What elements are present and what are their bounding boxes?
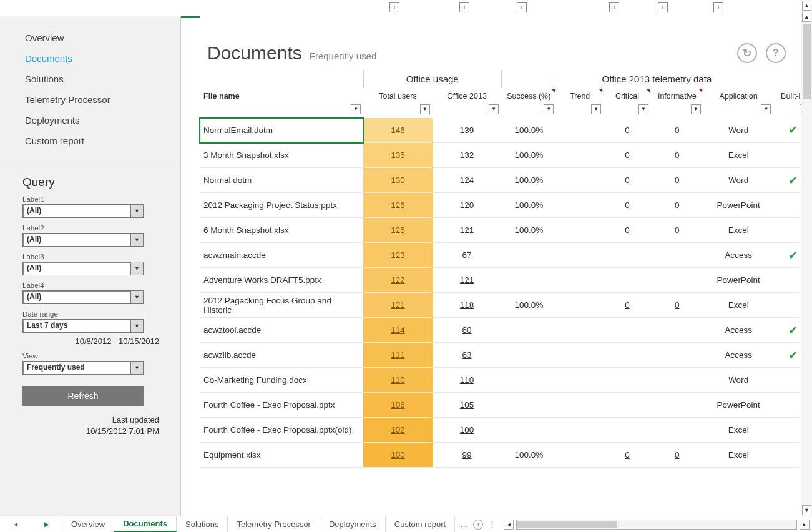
query-select-2[interactable]: (All)▼ [22, 233, 144, 247]
sheet-nav-first[interactable]: ◄ [12, 521, 19, 528]
cell-informative: 0 [651, 168, 703, 193]
cell-office-2013: 124 [433, 168, 502, 193]
table-row[interactable]: Normal.dotm130124100.0%00Word✔ [200, 168, 812, 193]
col-total-users[interactable]: Total users [363, 88, 433, 102]
sheet-tab-solutions[interactable]: Solutions [177, 516, 228, 532]
query-select-4[interactable]: (All)▼ [22, 290, 144, 304]
table-row[interactable]: Adventure Works DRAFT5.pptx122121PowerPo… [200, 268, 812, 293]
view-select[interactable]: Frequently used ▼ [22, 361, 144, 375]
sheet-tab-documents[interactable]: Documents [114, 516, 177, 532]
scroll-up-button[interactable]: ▲ [802, 1, 811, 11]
nav-item-deployments[interactable]: Deployments [0, 110, 180, 131]
col-application[interactable]: Application [703, 88, 774, 102]
nav-item-custom-report[interactable]: Custom report [0, 131, 180, 151]
scroll-thumb[interactable] [517, 521, 617, 528]
cell-file-name: Fourth Coffee - Exec Proposal.pptx(old). [200, 418, 363, 443]
table-row[interactable]: acwzmain.accde12367Access✔ [200, 243, 812, 268]
cell-office-2013: 60 [433, 318, 502, 343]
query-select-3[interactable]: (All)▼ [22, 262, 144, 275]
sheet-tab-deployments[interactable]: Deployments [320, 516, 386, 532]
filter-file-name[interactable]: ▼ [351, 104, 361, 114]
help-icon[interactable]: ? [766, 43, 786, 63]
filter-trend[interactable]: ▼ [591, 104, 601, 114]
group-office-usage: Office usage [363, 70, 501, 88]
table-row[interactable]: 2012 Packaging Project Status.pptx126120… [200, 193, 812, 218]
chevron-down-icon[interactable]: ▼ [130, 320, 143, 332]
table-row[interactable]: Co-Marketing Funding.docx110110Word [200, 368, 812, 393]
sheet-tab-overview[interactable]: Overview [62, 516, 114, 532]
scroll-left-button[interactable]: ◄ [504, 520, 514, 530]
query-label-3: Label3 [22, 253, 163, 260]
sheet-tabs-more[interactable]: … [460, 520, 468, 529]
col-trend[interactable]: Trend [556, 88, 604, 102]
vscroll-thumb[interactable] [803, 24, 811, 99]
nav-item-solutions[interactable]: Solutions [0, 69, 180, 89]
expand-column-icon[interactable]: + [658, 2, 668, 12]
cell-application: Excel [703, 418, 774, 443]
expand-column-icon[interactable]: + [517, 2, 527, 12]
sheet-tab-custom-report[interactable]: Custom report [386, 516, 455, 532]
table-row[interactable]: Equipment.xlsx10099100.0%00Excel [200, 443, 812, 468]
table-row[interactable]: acwztool.accde11460Access✔ [200, 318, 812, 343]
filter-application[interactable]: ▼ [761, 104, 771, 114]
filter-critical[interactable]: ▼ [638, 104, 648, 114]
nav-item-documents[interactable]: Documents [0, 48, 180, 69]
nav-item-telemetry-processor[interactable]: Telemetry Processor [0, 89, 180, 110]
cell-application: Excel [703, 218, 774, 243]
filter-total-users[interactable]: ▼ [420, 104, 430, 114]
expand-column-icon[interactable]: + [713, 2, 723, 12]
nav-item-overview[interactable]: Overview [0, 27, 180, 48]
table-row[interactable]: 2012 Pagacking Focus Group and Historic1… [200, 293, 812, 318]
cell-trend [556, 393, 604, 418]
cell-trend [556, 268, 604, 293]
col-office-2013[interactable]: Office 2013 [433, 88, 502, 102]
chevron-down-icon[interactable]: ▼ [130, 205, 143, 217]
chevron-down-icon[interactable]: ▼ [130, 234, 143, 246]
filter-informative[interactable]: ▼ [691, 104, 701, 114]
table-row[interactable]: acwzlib.accde11163Access✔ [200, 343, 812, 368]
filter-success[interactable]: ▼ [544, 104, 554, 114]
col-critical[interactable]: Critical [604, 88, 651, 102]
scroll-down-button[interactable]: ▼ [802, 505, 811, 515]
table-row[interactable]: NormalEmail.dotm146139100.0%00Word✔ [200, 118, 812, 143]
query-select-1[interactable]: (All)▼ [22, 204, 144, 218]
col-success[interactable]: Success (%) [501, 88, 556, 102]
cell-success: 100.0% [501, 293, 556, 318]
cell-application: PowerPoint [703, 393, 774, 418]
refresh-icon[interactable]: ↻ [737, 43, 757, 63]
cell-informative: 0 [651, 118, 703, 143]
chevron-down-icon[interactable]: ▼ [130, 291, 143, 303]
scroll-track[interactable] [516, 520, 797, 530]
table-row[interactable]: Fourth Coffee - Exec Proposal.pptx(old).… [200, 418, 812, 443]
sheet-nav-next[interactable]: ▶ [44, 521, 49, 528]
expand-column-icon[interactable]: + [459, 2, 469, 12]
sheet-tab-telemetry-processor[interactable]: Telemetry Processor [228, 516, 320, 532]
cell-success: 100.0% [501, 218, 556, 243]
col-file-name[interactable]: File name [200, 88, 363, 102]
table-row[interactable]: 3 Month Snapshot.xlsx135132100.0%00Excel [200, 143, 812, 168]
new-sheet-button[interactable]: + [473, 520, 483, 530]
filter-office-2013[interactable]: ▼ [489, 104, 499, 114]
cell-total-users: 121 [363, 293, 433, 318]
scroll-right-button[interactable]: ► [800, 520, 810, 530]
table-row[interactable]: Fourth Coffee - Exec Proposal.pptx106105… [200, 393, 812, 418]
expand-column-icon[interactable]: + [609, 2, 619, 12]
scroll-up-button-2[interactable]: ▲ [802, 12, 811, 22]
query-label-4: Label4 [22, 282, 163, 289]
cell-success [501, 368, 556, 393]
cell-file-name: Adventure Works DRAFT5.pptx [200, 268, 363, 293]
table-row[interactable]: 6 Month Snapshot.xlsx125121100.0%00Excel [200, 218, 812, 243]
col-informative[interactable]: Informative [651, 88, 703, 102]
nav-menu: OverviewDocumentsSolutionsTelemetry Proc… [0, 16, 180, 164]
date-range-select[interactable]: Last 7 days ▼ [22, 319, 144, 333]
cell-informative: 0 [651, 293, 703, 318]
chevron-down-icon[interactable]: ▼ [130, 362, 143, 374]
vscroll-track[interactable] [801, 22, 812, 505]
cell-office-2013: 63 [433, 343, 502, 368]
cell-critical: 0 [604, 443, 651, 468]
cell-success [501, 318, 556, 343]
refresh-button[interactable]: Refresh [22, 386, 144, 406]
chevron-down-icon[interactable]: ▼ [130, 262, 143, 275]
cell-success [501, 268, 556, 293]
expand-column-icon[interactable]: + [389, 2, 399, 12]
